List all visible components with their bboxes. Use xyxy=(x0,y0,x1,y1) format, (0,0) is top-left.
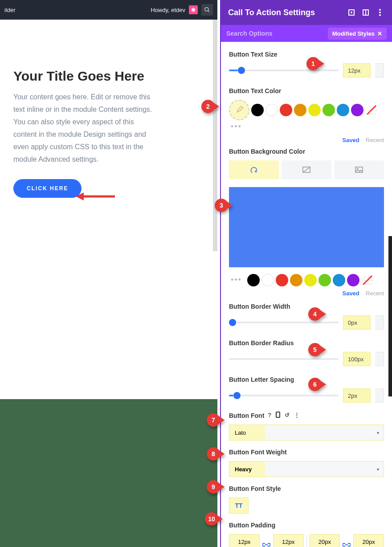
columns-icon[interactable] xyxy=(361,8,371,17)
stepper-letter-spacing[interactable] xyxy=(375,388,384,403)
slider-border-radius[interactable] xyxy=(229,358,339,360)
label-padding: Button Padding xyxy=(229,522,384,529)
font-style-uppercase[interactable]: TT xyxy=(229,498,249,514)
swatch-orange-2[interactable] xyxy=(290,274,302,286)
more-icon[interactable] xyxy=(375,8,385,17)
stepper-border-radius[interactable] xyxy=(375,352,384,366)
callout-2: 2 xyxy=(201,100,219,113)
svg-point-0 xyxy=(205,8,208,11)
swatch-green-2[interactable] xyxy=(318,274,331,286)
more-swatches-icon-2[interactable]: ••• xyxy=(229,274,244,286)
topbar-left-text: ilder xyxy=(4,7,151,13)
asterisk-badge[interactable] xyxy=(189,5,198,14)
modified-styles-pill[interactable]: Modified Styles ✕ xyxy=(328,28,387,40)
preview-text[interactable]: Your content goes here. Edit or remove t… xyxy=(13,91,156,166)
preview-green-section xyxy=(0,399,217,547)
swatch-blue[interactable] xyxy=(337,104,349,116)
swatch-transparent[interactable] xyxy=(365,104,378,116)
callout-6: 6 xyxy=(308,378,326,391)
callout-8: 8 xyxy=(207,447,225,461)
preview-title[interactable]: Your Title Goes Here xyxy=(13,69,204,84)
label-letter-spacing: Button Letter Spacing xyxy=(229,376,384,383)
dropdown-font[interactable]: Lato ▾ xyxy=(229,425,384,441)
swatch-black-2[interactable] xyxy=(247,274,260,286)
chevron-icon: ▾ xyxy=(377,430,379,435)
padding-bottom-value[interactable]: 12px xyxy=(273,534,304,547)
callout-5: 5 xyxy=(308,343,326,356)
panel-title: Call To Action Settings xyxy=(228,8,342,17)
panel-scrollbar[interactable] xyxy=(388,236,392,396)
saved-link-2[interactable]: Saved xyxy=(342,290,359,297)
label-font-weight: Button Font Weight xyxy=(229,449,384,456)
cta-button[interactable]: CLICK HERE xyxy=(13,179,82,198)
swatch-black[interactable] xyxy=(251,104,264,116)
settings-panel: Call To Action Settings Search Options M… xyxy=(220,0,392,547)
label-font: Button Font ? ↺ ⋮ xyxy=(229,412,384,419)
swatch-green[interactable] xyxy=(323,104,335,116)
callout-4: 4 xyxy=(308,307,326,321)
swatch-purple-2[interactable] xyxy=(347,274,359,286)
slider-letter-spacing[interactable] xyxy=(229,395,339,396)
padding-top-value[interactable]: 12px xyxy=(229,534,260,547)
device-icon[interactable] xyxy=(276,412,280,419)
expand-icon[interactable] xyxy=(347,8,356,17)
recent-link-2[interactable]: Recent xyxy=(366,290,384,297)
svg-point-5 xyxy=(379,12,381,13)
search-options-tab[interactable]: Search Options xyxy=(226,30,328,37)
callout-3: 3 xyxy=(215,199,233,212)
bg-tab-image[interactable] xyxy=(334,160,384,179)
annotation-arrow-cta xyxy=(76,190,116,205)
saved-link[interactable]: Saved xyxy=(342,137,359,143)
preview-scrollbar[interactable] xyxy=(213,20,217,251)
preview-pane: ilder Howdy, etdev Your Title Goes Here … xyxy=(0,0,217,547)
svg-rect-11 xyxy=(276,412,280,417)
value-border-radius[interactable]: 100px xyxy=(343,352,371,366)
swatch-white-2[interactable] xyxy=(261,274,274,286)
bg-tab-gradient[interactable] xyxy=(282,160,331,179)
more-swatches-icon[interactable]: ••• xyxy=(229,120,384,133)
link-lr-icon[interactable] xyxy=(340,534,353,547)
value-text-size[interactable]: 12px xyxy=(343,63,371,78)
swatches-text-color xyxy=(229,100,384,120)
value-border-width[interactable]: 0px xyxy=(343,315,371,330)
panel-header: Call To Action Settings xyxy=(221,0,392,25)
label-font-text: Button Font xyxy=(229,412,264,419)
swatches-bg-color: ••• xyxy=(229,274,384,286)
dropdown-font-weight[interactable]: Heavy ▾ xyxy=(229,461,384,477)
swatch-blue-2[interactable] xyxy=(333,274,345,286)
slider-border-width[interactable] xyxy=(229,322,339,323)
eyedropper-icon[interactable] xyxy=(229,100,249,120)
admin-topbar: ilder Howdy, etdev xyxy=(0,0,217,20)
modified-styles-label: Modified Styles xyxy=(332,30,375,37)
swatch-purple[interactable] xyxy=(351,104,363,116)
close-icon[interactable]: ✕ xyxy=(377,30,382,37)
link-tb-icon[interactable] xyxy=(260,534,273,547)
swatch-transparent-2[interactable] xyxy=(361,274,374,286)
swatch-yellow[interactable] xyxy=(308,104,321,116)
dropdown-font-value: Lato xyxy=(235,429,246,436)
label-text-color: Button Text Color xyxy=(229,87,384,94)
bg-color-preview[interactable] xyxy=(229,187,384,267)
swatch-red[interactable] xyxy=(280,104,292,116)
reset-icon[interactable]: ↺ xyxy=(285,412,290,419)
panel-content: Button Text Size 12px Button Text Color … xyxy=(221,42,392,547)
recent-link[interactable]: Recent xyxy=(366,137,384,143)
swatch-white[interactable] xyxy=(265,104,278,116)
label-border-width: Button Border Width xyxy=(229,303,384,310)
help-icon[interactable]: ? xyxy=(268,412,271,419)
padding-left-value[interactable]: 20px xyxy=(310,534,340,547)
callout-9: 9 xyxy=(207,480,225,494)
panel-tabs: Search Options Modified Styles ✕ xyxy=(221,25,392,42)
search-icon[interactable] xyxy=(201,4,213,16)
font-more-icon[interactable]: ⋮ xyxy=(294,412,300,419)
stepper-text-size[interactable] xyxy=(375,63,384,78)
chevron-icon-2: ▾ xyxy=(377,467,379,472)
swatch-yellow-2[interactable] xyxy=(304,274,317,286)
callout-1: 1 xyxy=(306,57,324,70)
stepper-border-width[interactable] xyxy=(375,315,384,330)
bg-tab-color[interactable] xyxy=(229,160,279,179)
swatch-red-2[interactable] xyxy=(276,274,288,286)
padding-right-value[interactable]: 20px xyxy=(353,534,384,547)
value-letter-spacing[interactable]: 2px xyxy=(343,388,371,403)
swatch-orange[interactable] xyxy=(294,104,306,116)
